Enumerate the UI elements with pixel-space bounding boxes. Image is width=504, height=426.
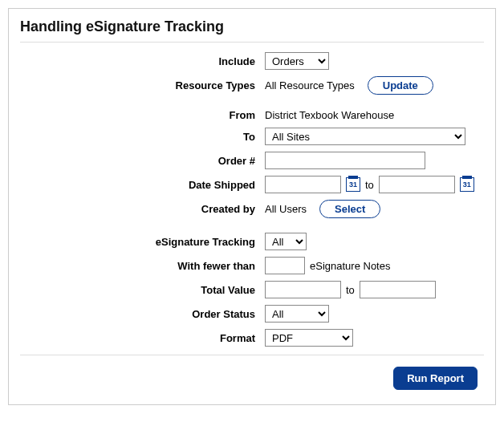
label-to: To — [20, 131, 265, 143]
page-title: Handling eSignature Tracking — [20, 15, 484, 43]
row-to: To All Sites — [20, 128, 484, 145]
calendar-icon[interactable]: 31 — [460, 177, 474, 192]
fewer-than-input[interactable] — [265, 257, 305, 274]
from-value: District Texbook Warehouse — [265, 109, 394, 121]
row-format: Format PDF — [20, 329, 484, 347]
label-resource-types: Resource Types — [20, 79, 265, 91]
resource-types-value: All Resource Types — [265, 79, 355, 91]
date-to-input[interactable] — [379, 176, 455, 193]
label-total-value: Total Value — [20, 284, 265, 296]
total-to-separator: to — [346, 284, 355, 296]
row-esig-tracking: eSignature Tracking All — [20, 233, 484, 250]
created-by-value: All Users — [265, 203, 307, 215]
order-status-select[interactable]: All — [265, 305, 329, 323]
label-with-fewer: With fewer than — [20, 260, 265, 272]
date-to-separator: to — [365, 179, 374, 191]
row-total-value: Total Value to — [20, 281, 484, 298]
divider — [20, 355, 484, 355]
row-order-number: Order # — [20, 152, 484, 169]
label-esig-tracking: eSignature Tracking — [20, 236, 265, 248]
esig-tracking-select[interactable]: All — [265, 233, 307, 250]
update-button[interactable]: Update — [368, 76, 433, 95]
total-to-input[interactable] — [360, 281, 436, 298]
row-with-fewer: With fewer than eSignature Notes — [20, 257, 484, 274]
label-order-status: Order Status — [20, 308, 265, 320]
footer: Run Report — [20, 367, 484, 390]
row-order-status: Order Status All — [20, 305, 484, 323]
select-button[interactable]: Select — [319, 200, 380, 218]
run-report-button[interactable]: Run Report — [393, 367, 478, 390]
include-select[interactable]: Orders — [265, 52, 329, 70]
row-include: Include Orders — [20, 52, 484, 70]
format-select[interactable]: PDF — [265, 329, 353, 347]
row-created-by: Created by All Users Select — [20, 200, 484, 218]
label-order-number: Order # — [20, 155, 265, 167]
label-from: From — [20, 109, 265, 121]
label-include: Include — [20, 55, 265, 67]
total-from-input[interactable] — [265, 281, 341, 298]
label-created-by: Created by — [20, 203, 265, 215]
report-panel: Handling eSignature Tracking Include Ord… — [8, 8, 496, 405]
date-from-input[interactable] — [265, 176, 341, 193]
row-resource-types: Resource Types All Resource Types Update — [20, 76, 484, 95]
calendar-icon[interactable]: 31 — [346, 177, 360, 192]
row-date-shipped: Date Shipped 31 to 31 — [20, 176, 484, 193]
label-format: Format — [20, 332, 265, 344]
esig-notes-text: eSignature Notes — [310, 260, 390, 272]
to-select[interactable]: All Sites — [265, 128, 465, 145]
row-from: From District Texbook Warehouse — [20, 109, 484, 121]
label-date-shipped: Date Shipped — [20, 179, 265, 191]
order-number-input[interactable] — [265, 152, 425, 169]
